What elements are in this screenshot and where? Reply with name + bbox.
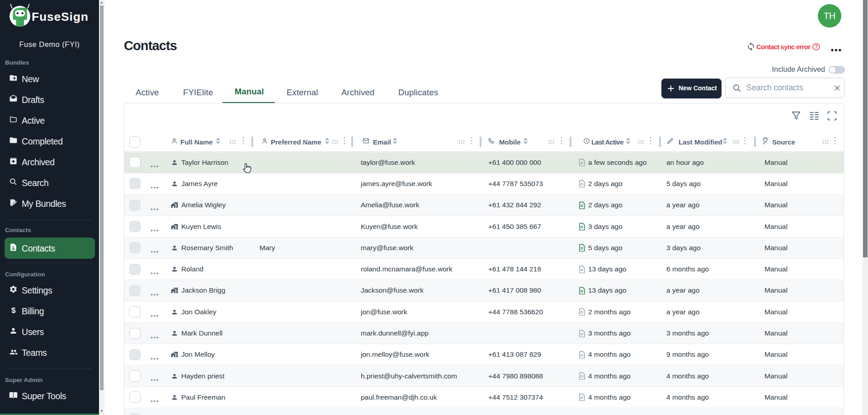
svg-text:FuseSign: FuseSign: [32, 10, 89, 23]
svg-text:?: ?: [815, 44, 818, 49]
svg-text:$: $: [11, 306, 16, 314]
